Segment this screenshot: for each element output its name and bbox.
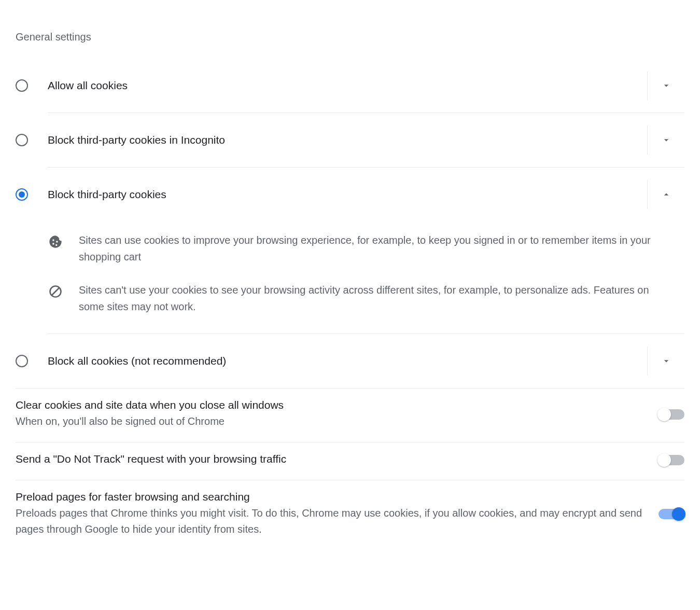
chevron-down-icon (661, 356, 671, 366)
toggle-title: Preload pages for faster browsing and se… (16, 491, 646, 503)
toggle-subtitle: Preloads pages that Chrome thinks you mi… (16, 505, 646, 537)
section-title: General settings (16, 31, 684, 43)
chevron-down-icon (661, 135, 671, 145)
radio-label: Allow all cookies (48, 79, 637, 92)
toggle-switch-on[interactable] (659, 509, 684, 519)
chevron-up-icon (661, 189, 671, 200)
radio-option-block-third-party[interactable]: Block third-party cookies (16, 168, 684, 221)
info-row: Sites can't use your cookies to see your… (48, 279, 684, 328)
toggle-switch[interactable] (659, 409, 684, 420)
svg-line-1 (52, 288, 59, 295)
radio-icon-selected (16, 188, 28, 201)
chevron-down-icon (661, 80, 671, 91)
toggle-title: Send a "Do Not Track" request with your … (16, 453, 646, 465)
radio-icon (16, 355, 28, 367)
radio-option-allow-all[interactable]: Allow all cookies (16, 59, 684, 113)
toggle-title: Clear cookies and site data when you clo… (16, 399, 646, 411)
toggle-knob (672, 507, 685, 521)
expand-button[interactable] (647, 346, 684, 376)
info-text: Sites can't use your cookies to see your… (79, 282, 684, 315)
radio-icon (16, 134, 28, 146)
toggle-knob (657, 408, 671, 421)
toggle-knob (657, 453, 671, 467)
toggle-preload-pages[interactable]: Preload pages for faster browsing and se… (16, 480, 684, 550)
toggle-subtitle: When on, you'll also be signed out of Ch… (16, 413, 646, 429)
radio-option-block-incognito[interactable]: Block third-party cookies in Incognito (16, 113, 684, 167)
info-text: Sites can use cookies to improve your br… (79, 232, 684, 265)
radio-option-block-all[interactable]: Block all cookies (not recommended) (16, 334, 684, 388)
expand-button[interactable] (647, 126, 684, 155)
expand-button[interactable] (647, 71, 684, 100)
toggle-switch[interactable] (659, 455, 684, 465)
toggle-clear-cookies[interactable]: Clear cookies and site data when you clo… (16, 389, 684, 442)
radio-label: Block all cookies (not recommended) (48, 355, 637, 367)
collapse-button[interactable] (647, 180, 684, 209)
cookie-icon (48, 234, 63, 249)
block-icon (48, 284, 63, 299)
radio-icon (16, 79, 28, 92)
radio-label: Block third-party cookies in Incognito (48, 134, 637, 146)
info-row: Sites can use cookies to improve your br… (48, 221, 684, 279)
radio-label: Block third-party cookies (48, 188, 637, 201)
toggle-do-not-track[interactable]: Send a "Do Not Track" request with your … (16, 442, 684, 480)
expanded-content: Sites can use cookies to improve your br… (48, 221, 684, 334)
